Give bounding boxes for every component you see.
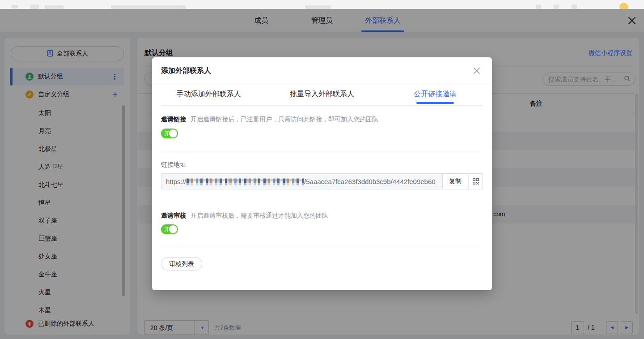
url-prefix: https:// (166, 178, 186, 185)
link-address-label: 链接地址 (161, 161, 186, 169)
background-page-hint (111, 5, 186, 9)
invite-review-label: 邀请审核 (161, 212, 186, 219)
url-suffix: /5aaacea7fca263f3dd0b3c9b/4442fe09eb60 (304, 178, 436, 185)
background-page-hint (572, 4, 577, 9)
invite-review-description: 开启邀请审核后，需要审核通过才能加入您的团队 (191, 212, 328, 219)
dialog-tabs: 手动添加外部联系人 批量导入外部联系人 公开链接邀请 (152, 83, 492, 105)
link-url-group: https:///5aaacea7fca263f3dd0b3c9b/4442fe… (161, 173, 483, 189)
divider (161, 151, 483, 151)
divider (161, 105, 483, 106)
dialog-tab-public-link-invite[interactable]: 公开链接邀请 (379, 83, 492, 105)
invite-link-label: 邀请链接 (161, 116, 186, 123)
qr-code-icon (472, 178, 479, 185)
invite-link-toggle[interactable]: 开 (161, 129, 178, 138)
background-page-hint (30, 4, 39, 9)
invite-link-section-header: 邀请链接开启邀请链接后，已注册用户，只需访问此链接，即可加入您的团队 (161, 116, 378, 124)
dialog-title: 添加外部联系人 (161, 66, 211, 76)
background-page-hint (305, 5, 331, 9)
toggle-knob (169, 225, 177, 233)
link-url-input[interactable]: https:///5aaacea7fca263f3dd0b3c9b/4442fe… (161, 173, 443, 189)
qr-code-button[interactable] (468, 173, 483, 189)
add-external-contact-dialog: 添加外部联系人 手动添加外部联系人 批量导入外部联系人 公开链接邀请 邀请链接开… (152, 57, 492, 290)
invite-link-description: 开启邀请链接后，已注册用户，只需访问此链接，即可加入您的团队 (191, 116, 378, 123)
invite-review-section-header: 邀请审核开启邀请审核后，需要审核通过才能加入您的团队 (161, 212, 328, 220)
background-page-hint (536, 4, 541, 9)
url-masked-pixelated (186, 178, 304, 185)
copy-link-button[interactable]: 复制 (443, 173, 468, 189)
dialog-tab-batch-import[interactable]: 批量导入外部联系人 (265, 83, 378, 105)
background-page-hint (12, 5, 18, 9)
dialog-tab-manual-add[interactable]: 手动添加外部联系人 (152, 83, 265, 105)
divider (161, 247, 483, 247)
invite-review-toggle[interactable]: 开 (161, 224, 178, 234)
review-list-button[interactable]: 审核列表 (161, 257, 202, 270)
background-page-hint (554, 4, 559, 9)
dialog-close-icon[interactable] (472, 66, 481, 75)
toggle-knob (169, 129, 177, 137)
background-page-hint (45, 5, 64, 9)
